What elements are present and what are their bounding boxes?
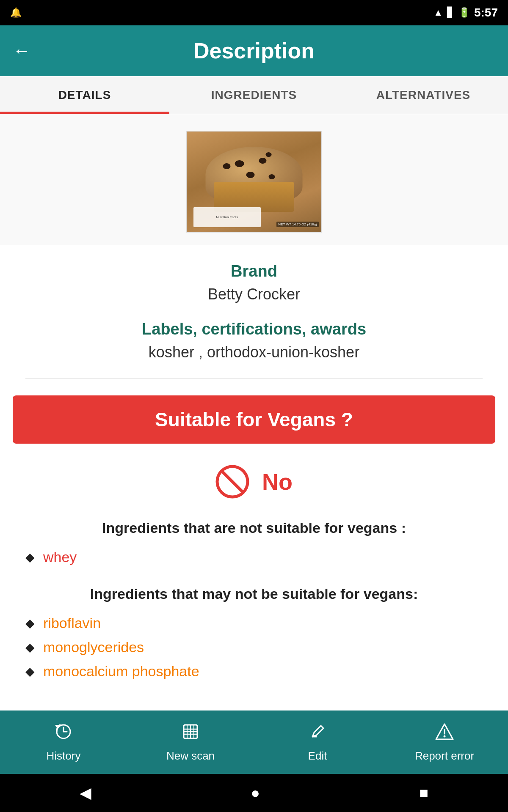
android-nav-bar: ◀ ● ■ (0, 774, 508, 812)
vegan-banner-text: Suitable for Vegans ? (155, 409, 353, 431)
brand-label: Brand (25, 262, 483, 280)
product-image-container: Nutrition Facts NET WT 14.75 OZ (418g) (0, 114, 508, 245)
may-not-suitable-title: Ingredients that may not be suitable for… (25, 586, 483, 602)
android-home-button[interactable]: ● (251, 784, 260, 802)
ingredient-whey-label[interactable]: whey (43, 549, 77, 565)
edit-label: Edit (308, 749, 327, 763)
android-back-button[interactable]: ◀ (80, 784, 91, 802)
status-bar: 🔔 ▲ ▋ 🔋 5:57 (0, 0, 508, 25)
ingredient-monocalcium: ◆ monocalcium phosphate (25, 663, 483, 680)
ingredient-whey: ◆ whey (25, 549, 483, 565)
battery-icon: 🔋 (458, 7, 470, 18)
brand-section: Brand Betty Crocker (0, 245, 508, 320)
signal-icon: ▋ (447, 7, 454, 18)
diamond-icon-3: ◆ (25, 664, 35, 678)
status-time: 5:57 (474, 6, 498, 19)
nav-edit[interactable]: Edit (254, 710, 381, 774)
report-error-label: Report error (415, 749, 474, 763)
product-image: Nutrition Facts NET WT 14.75 OZ (418g) (186, 131, 322, 233)
muffin-visual: Nutrition Facts NET WT 14.75 OZ (418g) (187, 132, 321, 232)
wifi-icon: ▲ (433, 7, 443, 18)
new-scan-icon (181, 722, 200, 745)
not-suitable-title: Ingredients that are not suitable for ve… (25, 520, 483, 536)
diamond-icon-1: ◆ (25, 616, 35, 630)
header: ← Description (0, 25, 508, 76)
back-button[interactable]: ← (13, 41, 30, 61)
nutrition-label: Nutrition Facts (193, 207, 261, 228)
not-suitable-section: Ingredients that are not suitable for ve… (0, 511, 508, 582)
vegan-result: No (0, 444, 508, 511)
android-recent-button[interactable]: ■ (419, 784, 428, 802)
diamond-icon: ◆ (25, 550, 35, 564)
status-bar-right: ▲ ▋ 🔋 5:57 (433, 6, 498, 19)
diamond-icon-2: ◆ (25, 640, 35, 654)
ingredient-monocalcium-label[interactable]: monocalcium phosphate (43, 663, 199, 680)
net-weight-label: NET WT 14.75 OZ (418g) (276, 222, 318, 227)
no-symbol-icon (215, 465, 249, 499)
certifications-section: Labels, certifications, awards kosher , … (0, 320, 508, 378)
history-icon (54, 722, 73, 745)
main-content: Nutrition Facts NET WT 14.75 OZ (418g) B… (0, 114, 508, 710)
bottom-nav: History New scan Edit (0, 710, 508, 774)
history-label: History (47, 749, 81, 763)
certifications-value: kosher , orthodox-union-kosher (25, 343, 483, 361)
svg-point-14 (444, 735, 446, 737)
may-not-suitable-section: Ingredients that may not be suitable for… (0, 582, 508, 696)
ingredient-riboflavin-label[interactable]: riboflavin (43, 615, 101, 631)
notification-icon: 🔔 (10, 7, 22, 18)
tab-details[interactable]: DETAILS (0, 76, 169, 114)
ingredient-monoglycerides-label[interactable]: monoglycerides (43, 639, 144, 656)
vegan-banner: Suitable for Vegans ? (13, 395, 495, 444)
tabs-bar: DETAILS INGREDIENTS ALTERNATIVES (0, 76, 508, 114)
status-bar-left: 🔔 (10, 7, 22, 18)
report-error-icon (435, 722, 454, 745)
ingredient-monoglycerides: ◆ monoglycerides (25, 639, 483, 656)
section-divider (25, 378, 483, 379)
nav-new-scan[interactable]: New scan (127, 710, 254, 774)
brand-value: Betty Crocker (25, 285, 483, 303)
nav-history[interactable]: History (0, 710, 127, 774)
certifications-label: Labels, certifications, awards (25, 320, 483, 338)
vegan-result-text: No (262, 469, 293, 495)
nav-report-error[interactable]: Report error (381, 710, 508, 774)
tab-ingredients[interactable]: INGREDIENTS (169, 76, 339, 114)
edit-icon (308, 722, 327, 745)
ingredient-riboflavin: ◆ riboflavin (25, 615, 483, 631)
page-title: Description (193, 38, 315, 63)
new-scan-label: New scan (166, 749, 215, 763)
tab-alternatives[interactable]: ALTERNATIVES (339, 76, 508, 114)
svg-line-1 (222, 471, 243, 492)
